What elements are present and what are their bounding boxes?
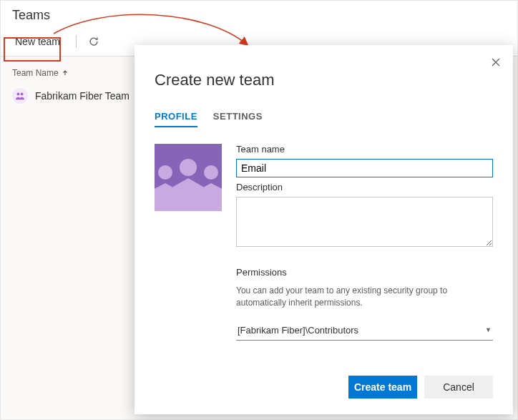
team-row-name: Fabrikam Fiber Team xyxy=(35,90,130,102)
tab-profile[interactable]: PROFILE xyxy=(155,107,197,127)
cancel-button[interactable]: Cancel xyxy=(424,376,493,399)
sort-asc-icon xyxy=(62,69,69,77)
svg-point-5 xyxy=(204,165,218,180)
permissions-label: Permissions xyxy=(236,267,493,278)
svg-point-4 xyxy=(158,165,172,180)
team-avatar[interactable] xyxy=(155,144,222,211)
toolbar-divider xyxy=(76,35,77,48)
create-team-dialog: Create new team PROFILE SETTINGS Team na… xyxy=(135,45,513,414)
close-button[interactable] xyxy=(486,52,506,72)
dialog-title: Create new team xyxy=(135,45,513,107)
column-header-label: Team Name xyxy=(12,68,59,78)
refresh-icon xyxy=(88,36,99,47)
team-name-input[interactable] xyxy=(236,159,493,177)
form-fields: Team name Description Permissions You ca… xyxy=(236,144,493,363)
permissions-help-text: You can add your team to any existing se… xyxy=(236,285,493,309)
svg-point-1 xyxy=(21,92,24,95)
description-label: Description xyxy=(236,182,493,192)
group-avatar-icon xyxy=(155,144,222,211)
page-title: Teams xyxy=(12,8,506,23)
permissions-selected-value: [Fabrikam Fiber]\Contributors xyxy=(238,325,358,336)
description-input[interactable] xyxy=(236,197,493,247)
refresh-button[interactable] xyxy=(85,33,102,50)
dialog-tabs: PROFILE SETTINGS xyxy=(135,107,513,128)
form-area: Team name Description Permissions You ca… xyxy=(135,128,513,363)
permissions-select[interactable]: [Fabrikam Fiber]\Contributors ▼ xyxy=(236,321,493,341)
team-name-label: Team name xyxy=(236,144,493,155)
page-header: Teams xyxy=(1,1,517,27)
new-team-button[interactable]: New team xyxy=(8,31,67,52)
team-avatar-icon xyxy=(12,88,28,104)
dialog-footer: Create team Cancel xyxy=(135,363,513,414)
svg-point-3 xyxy=(180,159,197,176)
svg-point-0 xyxy=(16,92,19,95)
close-icon xyxy=(492,58,500,67)
create-team-button[interactable]: Create team xyxy=(348,376,417,399)
chevron-down-icon: ▼ xyxy=(485,326,492,333)
tab-settings[interactable]: SETTINGS xyxy=(213,107,263,127)
